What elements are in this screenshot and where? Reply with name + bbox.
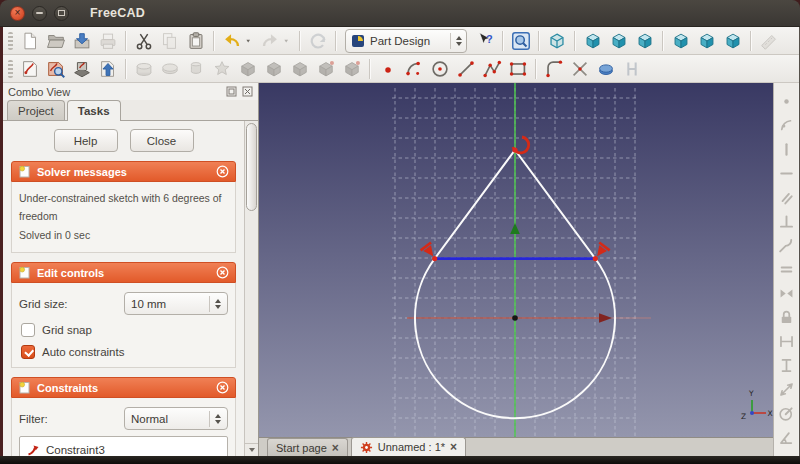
- constraint-block-icon: [777, 308, 796, 327]
- measure-distance-button[interactable]: [756, 28, 781, 53]
- auto-constraints-checkbox[interactable]: [21, 345, 35, 359]
- undo-button[interactable]: [219, 28, 244, 53]
- leave-sketch-button[interactable]: [95, 56, 120, 81]
- constraint-radius-button[interactable]: [775, 402, 798, 425]
- grid-size-combobox[interactable]: 10 mm: [124, 292, 228, 315]
- document-tab-unnamed-1[interactable]: Unnamed : 1*×: [351, 437, 466, 456]
- whats-this-button[interactable]: ?: [472, 28, 497, 53]
- panel-scrollbar[interactable]: [244, 121, 258, 456]
- print-button[interactable]: [95, 28, 120, 53]
- solver-messages-header[interactable]: Solver messages: [11, 161, 236, 182]
- constraint-block-button[interactable]: [775, 306, 798, 329]
- workbench-selector[interactable]: Part Design: [345, 29, 467, 53]
- window-minimize-button[interactable]: [32, 6, 47, 21]
- groove-button[interactable]: [209, 56, 234, 81]
- sketch-arc-button[interactable]: [401, 56, 426, 81]
- dock-close-button[interactable]: [241, 86, 253, 98]
- revolution-button[interactable]: [183, 56, 208, 81]
- panel-scrollbar-down-button[interactable]: [245, 443, 258, 456]
- grid-size-spinner[interactable]: [209, 296, 221, 312]
- sketch-trim-button[interactable]: [567, 56, 592, 81]
- constraint-list-item[interactable]: Constraint3: [22, 441, 225, 456]
- view-axonometric-button[interactable]: [544, 28, 569, 53]
- tab-project[interactable]: Project: [7, 100, 65, 120]
- constraint-perpendicular-button[interactable]: [775, 210, 798, 233]
- draft-feature-button[interactable]: [287, 56, 312, 81]
- new-sketch-button[interactable]: [17, 56, 42, 81]
- tab-close-icon[interactable]: ×: [450, 441, 457, 453]
- workbench-selector-spinner[interactable]: [450, 33, 462, 49]
- redo-menu-down-button[interactable]: [283, 28, 294, 53]
- view-front-button[interactable]: [580, 28, 605, 53]
- constraint-vertical-distance-button[interactable]: [775, 354, 798, 377]
- document-tab-start-page[interactable]: Start page×: [267, 438, 348, 456]
- section-close-icon[interactable]: [216, 381, 229, 394]
- view-front-icon: [582, 30, 604, 52]
- sketch-line-button[interactable]: [453, 56, 478, 81]
- view-top-button[interactable]: [606, 28, 631, 53]
- sketch-apex-point[interactable]: [512, 147, 517, 152]
- constraint-parallel-button[interactable]: [775, 186, 798, 209]
- undo-menu-down-button[interactable]: [245, 28, 256, 53]
- carbon-copy-button[interactable]: [619, 56, 644, 81]
- sketch-right-point[interactable]: [593, 256, 598, 261]
- sketch-point-button[interactable]: [375, 56, 400, 81]
- cut-button[interactable]: [131, 28, 156, 53]
- toolbar-drag-handle[interactable]: [8, 32, 13, 50]
- tab-close-icon[interactable]: ×: [332, 442, 339, 454]
- grid-snap-checkbox[interactable]: [21, 323, 35, 337]
- constraint-point-on-object-button[interactable]: [775, 114, 798, 137]
- sketch-left-point[interactable]: [432, 256, 437, 261]
- map-sketch-button[interactable]: [69, 56, 94, 81]
- constraint-tangent-button[interactable]: [775, 234, 798, 257]
- constraint-angle-button[interactable]: [775, 426, 798, 449]
- 3d-viewport[interactable]: Y X Z: [259, 83, 773, 437]
- mirrored-feature-button[interactable]: [313, 56, 338, 81]
- view-bottom-button[interactable]: [694, 28, 719, 53]
- edit-controls-header[interactable]: Edit controls: [11, 262, 236, 283]
- constraint-horizontal-button[interactable]: [775, 162, 798, 185]
- sketch-origin-point[interactable]: [512, 315, 518, 321]
- constraint-vertical-button[interactable]: [775, 138, 798, 161]
- external-geometry-button[interactable]: [593, 56, 618, 81]
- constraint-equal-button[interactable]: [775, 258, 798, 281]
- redo-button[interactable]: [257, 28, 282, 53]
- sketch-circle-button[interactable]: [427, 56, 452, 81]
- filter-combobox[interactable]: Normal: [124, 407, 228, 430]
- tab-tasks[interactable]: Tasks: [67, 100, 121, 121]
- chamfer-feature-button[interactable]: [261, 56, 286, 81]
- panel-scrollbar-thumb[interactable]: [246, 123, 257, 211]
- section-close-icon[interactable]: [216, 165, 229, 178]
- view-rear-button[interactable]: [668, 28, 693, 53]
- view-left-button[interactable]: [720, 28, 745, 53]
- constraint-coincident-button[interactable]: [775, 90, 798, 113]
- save-document-button[interactable]: [69, 28, 94, 53]
- paste-button[interactable]: [183, 28, 208, 53]
- constraint-horizontal-distance-button[interactable]: [775, 330, 798, 353]
- view-right-button[interactable]: [632, 28, 657, 53]
- toolbar-drag-handle[interactable]: [8, 60, 13, 78]
- pocket-button[interactable]: [157, 56, 182, 81]
- edit-sketch-button[interactable]: [43, 56, 68, 81]
- new-document-button[interactable]: [17, 28, 42, 53]
- sketch-rectangle-button[interactable]: [505, 56, 530, 81]
- pad-button[interactable]: [131, 56, 156, 81]
- constraints-header[interactable]: Constraints: [11, 377, 236, 398]
- close-button[interactable]: Close: [130, 129, 194, 152]
- section-close-icon[interactable]: [216, 266, 229, 279]
- window-maximize-button[interactable]: [54, 6, 69, 21]
- constraint-distance-button[interactable]: [775, 378, 798, 401]
- dock-float-button[interactable]: [225, 86, 237, 98]
- fit-all-button[interactable]: [508, 28, 533, 53]
- pattern-feature-button[interactable]: [339, 56, 364, 81]
- fillet-feature-button[interactable]: [235, 56, 260, 81]
- help-button[interactable]: Help: [54, 129, 118, 152]
- sketch-fillet-button[interactable]: [541, 56, 566, 81]
- window-close-button[interactable]: ×: [10, 6, 25, 21]
- open-document-button[interactable]: [43, 28, 68, 53]
- refresh-button[interactable]: [305, 28, 330, 53]
- filter-spinner[interactable]: [209, 411, 221, 427]
- sketch-polyline-button[interactable]: [479, 56, 504, 81]
- constraint-symmetric-button[interactable]: [775, 282, 798, 305]
- copy-button[interactable]: [157, 28, 182, 53]
